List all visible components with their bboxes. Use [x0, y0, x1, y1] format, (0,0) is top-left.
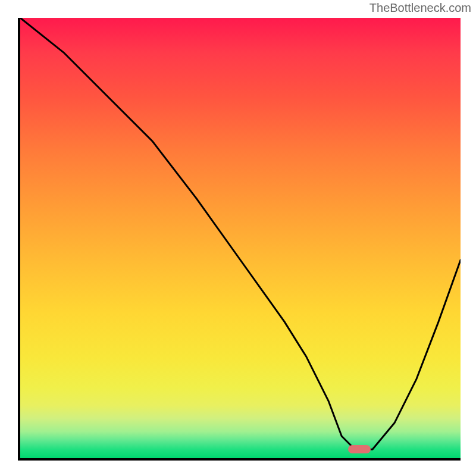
chart-marker-pill — [348, 445, 371, 453]
chart-plot-area — [18, 18, 461, 461]
watermark-text: TheBottleneck.com — [369, 1, 471, 15]
chart-curve-svg — [20, 18, 461, 458]
bottleneck-curve-line — [20, 18, 461, 449]
